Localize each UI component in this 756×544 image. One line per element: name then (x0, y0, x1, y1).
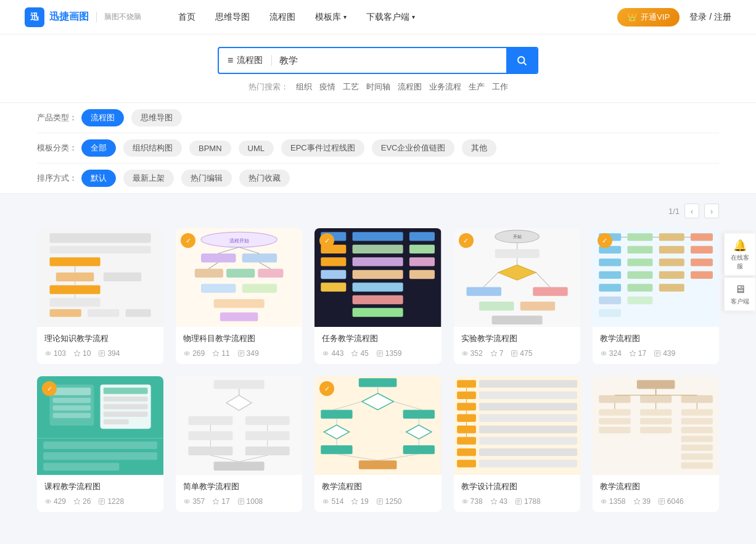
svg-point-0 (518, 57, 525, 64)
svg-rect-133 (104, 397, 148, 402)
card-stats: 429 26 1228 (44, 497, 156, 506)
svg-rect-107 (599, 271, 621, 279)
sort-hot-collect[interactable]: 热门收藏 (239, 170, 290, 187)
template-card[interactable]: ✓ 教学流程图 514 19 1250 (314, 376, 441, 512)
svg-rect-11 (50, 309, 81, 316)
filter-epc[interactable]: EPC事件过程线图 (281, 139, 364, 157)
svg-rect-9 (50, 285, 101, 294)
view-stat: 738 (461, 497, 483, 506)
svg-rect-75 (466, 287, 501, 295)
svg-rect-102 (691, 246, 713, 253)
nav-home[interactable]: 首页 (178, 12, 195, 23)
login-button[interactable]: 登录 / 注册 (689, 12, 731, 23)
svg-rect-32 (242, 284, 277, 292)
svg-rect-105 (659, 258, 684, 266)
svg-rect-29 (226, 269, 255, 278)
sort-hot-edit[interactable]: 热门编辑 (181, 170, 232, 187)
logo[interactable]: 迅 迅捷画图 脑图不烧脑 (25, 7, 141, 27)
hot-tag-3[interactable]: 时间轴 (366, 81, 390, 93)
next-page-button[interactable]: › (704, 204, 719, 218)
svg-rect-98 (691, 233, 713, 241)
hot-tag-0[interactable]: 组织 (296, 81, 312, 93)
search-area: ≡ 流程图 热门搜索： 组织 疫情 工艺 时间轴 流程图 业务流程 生产 工作 (0, 35, 756, 103)
svg-point-251 (603, 501, 604, 502)
template-card[interactable]: 理论知识教学流程 103 10 394 (37, 228, 163, 364)
edit-stat: 439 (654, 349, 675, 358)
client-download-button[interactable]: 🖥 客户端 (724, 278, 756, 311)
sort-newest[interactable]: 最新上架 (123, 170, 174, 187)
hot-tag-1[interactable]: 疫情 (319, 81, 335, 93)
template-card[interactable]: ✓ 任务教学流程图 443 45 1359 (314, 228, 441, 364)
hot-tag-4[interactable]: 流程图 (398, 81, 422, 93)
filter-org[interactable]: 组织结构图 (123, 139, 182, 157)
hot-label: 热门搜索： (249, 81, 289, 93)
svg-rect-94 (627, 233, 652, 241)
nav-download[interactable]: 下载客户端 ▾ (366, 12, 415, 23)
search-type-selector[interactable]: ≡ 流程图 (219, 55, 272, 66)
menu-icon: ≡ (228, 55, 233, 66)
star-icon (73, 498, 81, 505)
prev-page-button[interactable]: ‹ (684, 204, 699, 218)
svg-rect-201 (457, 414, 476, 422)
filter-bpmn[interactable]: BPMN (189, 141, 231, 156)
chevron-down-icon: ▾ (412, 14, 415, 20)
filter-all[interactable]: 全部 (81, 139, 116, 157)
bell-icon: 🔔 (728, 239, 752, 252)
vip-button[interactable]: 👑 开通VIP (617, 8, 680, 27)
svg-rect-160 (245, 447, 290, 455)
eye-icon (461, 350, 469, 357)
svg-rect-239 (599, 427, 630, 433)
svg-point-191 (325, 501, 326, 502)
filter-other[interactable]: 其他 (462, 139, 496, 157)
nav-mindmap[interactable]: 思维导图 (215, 12, 250, 23)
svg-rect-205 (457, 460, 476, 467)
filter-uml[interactable]: UML (239, 141, 274, 156)
filter-evc[interactable]: EVC企业价值链图 (372, 139, 455, 157)
svg-rect-31 (201, 284, 236, 292)
template-card[interactable]: ✓ 教学流程图 324 17 439 (593, 228, 719, 364)
nav-templates[interactable]: 模板库 ▾ (315, 12, 347, 23)
card-info: 教学设计流程图 738 43 1788 (454, 475, 580, 512)
search-input[interactable] (272, 56, 506, 66)
template-card[interactable]: ✓ 课程教学流程图 429 26 1228 (37, 376, 163, 512)
eye-icon (600, 350, 607, 357)
card-title: 教学设计流程图 (461, 481, 573, 492)
star-icon (490, 498, 498, 505)
filter-flowchart[interactable]: 流程图 (81, 109, 124, 126)
svg-rect-238 (599, 418, 630, 424)
hot-tag-5[interactable]: 业务流程 (429, 81, 461, 93)
filter-mindmap[interactable]: 思维导图 (131, 109, 182, 126)
hot-tag-6[interactable]: 生产 (469, 81, 485, 93)
card-info: 任务教学流程图 443 45 1359 (314, 327, 441, 364)
svg-rect-227 (637, 380, 675, 389)
svg-rect-245 (681, 427, 712, 433)
logo-subtitle: 脑图不烧脑 (96, 12, 141, 22)
card-info: 课程教学流程图 429 26 1228 (37, 475, 163, 512)
template-card[interactable]: 教学设计流程图 738 43 1788 (454, 376, 580, 512)
template-card[interactable]: 教学流程图 1358 39 6046 (593, 376, 719, 512)
svg-marker-65 (351, 350, 358, 356)
view-stat: 103 (44, 349, 66, 358)
card-info: 教学流程图 324 17 439 (593, 327, 719, 364)
template-card[interactable]: 开始 ✓ 实验教学流程图 352 7 (454, 228, 580, 364)
vip-badge: ✓ (598, 233, 612, 248)
hot-tag-7[interactable]: 工作 (492, 81, 508, 93)
template-card[interactable]: 流程开始 ✓ 物理科目教学流程图 269 11 (176, 228, 302, 364)
crown-icon: 👑 (627, 12, 637, 22)
logo-text: 迅捷画图 (49, 10, 89, 23)
svg-rect-243 (681, 409, 712, 415)
sort-default[interactable]: 默认 (81, 170, 116, 187)
nav-flowchart[interactable]: 流程图 (269, 12, 295, 23)
eye-icon (183, 498, 191, 505)
product-type-row: 产品类型： 流程图 思维导图 (37, 103, 719, 133)
card-info: 教学流程图 514 19 1250 (314, 475, 441, 512)
search-button[interactable] (506, 48, 537, 73)
online-service-button[interactable]: 🔔 在线客服 (724, 233, 756, 276)
svg-rect-4 (50, 246, 151, 253)
svg-rect-52 (353, 232, 403, 241)
card-info: 理论知识教学流程 103 10 394 (37, 327, 163, 364)
template-card[interactable]: 简单教学流程图 357 17 1008 (176, 376, 302, 512)
template-grid: 理论知识教学流程 103 10 394 流程开始 (37, 228, 719, 512)
hot-tag-2[interactable]: 工艺 (343, 81, 359, 93)
eye-icon (322, 498, 329, 505)
